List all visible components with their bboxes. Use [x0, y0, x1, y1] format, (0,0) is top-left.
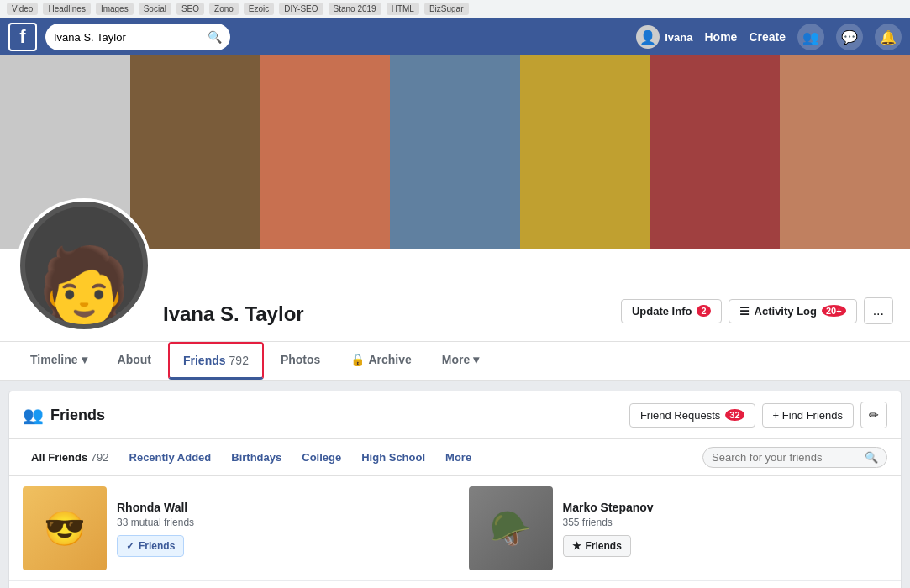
avatar-silhouette: 🧑 — [25, 207, 143, 324]
friends-label: Friends — [183, 354, 226, 367]
nav-create[interactable]: Create — [749, 30, 786, 44]
cover-segment-4 — [390, 55, 520, 249]
profile-nav: Timeline ▾ About Friends 792 Photos 🔒 Ar… — [0, 341, 910, 381]
search-icon: 🔍 — [208, 30, 222, 44]
nav-right: 👤 Ivana Home Create 👥 💬 🔔 — [636, 24, 902, 50]
filter-birthdays[interactable]: Birthdays — [223, 446, 290, 469]
friends-icon: 👥 — [23, 405, 44, 425]
photos-label: Photos — [281, 353, 320, 366]
profile-avatar[interactable]: 🧑 — [17, 198, 151, 333]
messenger-nav-icon[interactable]: 💬 — [836, 24, 863, 50]
update-info-button[interactable]: Update Info 2 — [621, 299, 722, 323]
facebook-logo[interactable]: f — [8, 23, 37, 51]
tab-diy-seo[interactable]: DIY-SEO — [279, 3, 323, 15]
friend-mutual-rhonda: 33 mutual friends — [117, 517, 441, 528]
cover-area: 🧑 Ivana S. Taylor Update Info 2 ☰ Activi… — [0, 55, 910, 381]
nav-home[interactable]: Home — [705, 30, 738, 44]
friend-requests-badge: 32 — [725, 409, 744, 421]
nav-friends[interactable]: Friends 792 — [168, 342, 264, 380]
tab-video[interactable]: Video — [7, 3, 38, 15]
nav-archive[interactable]: 🔒 Archive — [337, 343, 424, 379]
filter-recently-added[interactable]: Recently Added — [121, 446, 220, 469]
filter-all-friends[interactable]: All Friends 792 — [23, 446, 118, 469]
cover-segment-7 — [780, 55, 910, 249]
tab-zono[interactable]: Zono — [209, 3, 239, 15]
friend-btn-label-rhonda: Friends — [139, 540, 175, 552]
update-info-label: Update Info — [632, 305, 692, 318]
friends-search-box[interactable]: 🔍 — [702, 447, 887, 468]
profile-section: 🧑 Ivana S. Taylor Update Info 2 ☰ Activi… — [0, 249, 910, 341]
friends-title: Friends — [50, 407, 105, 424]
about-label: About — [118, 353, 151, 366]
facebook-navbar: f 🔍 👤 Ivana Home Create 👥 💬 🔔 — [0, 18, 910, 55]
nav-timeline[interactable]: Timeline ▾ — [17, 343, 101, 379]
find-friends-button[interactable]: + Find Friends — [762, 403, 854, 428]
friend-btn-check-icon: ✓ — [126, 540, 134, 552]
filter-all-label: All Friends — [31, 451, 87, 464]
activity-log-icon: ☰ — [739, 305, 750, 318]
profile-name-area: Ivana S. Taylor — [151, 302, 621, 333]
nav-about[interactable]: About — [104, 343, 165, 379]
friends-search-icon: 🔍 — [865, 451, 878, 464]
nav-user[interactable]: 👤 Ivana — [636, 25, 692, 49]
more-label: More — [442, 353, 470, 366]
timeline-arrow-icon: ▾ — [82, 353, 87, 366]
more-arrow-icon: ▾ — [473, 353, 479, 366]
tab-html[interactable]: HTML — [387, 3, 419, 15]
filter-college[interactable]: College — [293, 446, 350, 469]
lock-icon: 🔒 — [350, 353, 365, 366]
friend-button-marko[interactable]: ★ Friends — [563, 535, 631, 557]
friend-btn-star-icon-marko: ★ — [572, 540, 581, 552]
find-friends-label: + Find Friends — [773, 409, 843, 422]
filter-recently-label: Recently Added — [129, 451, 212, 464]
friends-search-input[interactable] — [712, 451, 860, 464]
filter-high-school[interactable]: High School — [353, 446, 434, 469]
friend-button-rhonda[interactable]: ✓ Friends — [117, 535, 184, 557]
friend-info-marko: Marko Stepanov 355 friends ★ Friends — [563, 501, 888, 557]
cover-segment-6 — [650, 55, 781, 249]
tab-headlines[interactable]: Headlines — [43, 3, 90, 15]
cover-segment-2 — [130, 55, 260, 249]
tab-ezoic[interactable]: Ezoic — [244, 3, 274, 15]
friends-title-area: 👥 Friends — [23, 405, 105, 425]
tab-seo[interactable]: SEO — [176, 3, 204, 15]
nav-photos[interactable]: Photos — [267, 343, 334, 379]
timeline-label: Timeline — [30, 353, 78, 366]
search-input[interactable] — [54, 31, 203, 44]
filter-all-count: 792 — [91, 451, 109, 464]
tab-stano[interactable]: Stano 2019 — [329, 3, 381, 15]
filter-more[interactable]: More — [437, 446, 480, 469]
friends-grid: 😎 Rhonda Wall 33 mutual friends ✓ Friend… — [9, 476, 901, 588]
friend-info-rhonda: Rhonda Wall 33 mutual friends ✓ Friends — [117, 501, 441, 557]
friend-card-kathy: 👓 Kathy Loverich 720 friends ★ Friends — [455, 581, 902, 588]
friend-requests-button[interactable]: Friend Requests 32 — [629, 403, 755, 428]
friend-requests-label: Friend Requests — [640, 409, 720, 422]
friend-btn-label-marko: Friends — [586, 540, 622, 552]
friend-name-rhonda[interactable]: Rhonda Wall — [117, 501, 441, 514]
friends-header: 👥 Friends Friend Requests 32 + Find Frie… — [9, 391, 901, 439]
filter-more-label: More — [445, 451, 471, 464]
edit-button[interactable]: ✏ — [860, 402, 887, 428]
filter-college-label: College — [302, 451, 341, 464]
more-options-button[interactable]: ... — [864, 297, 893, 324]
notifications-nav-icon[interactable]: 🔔 — [875, 24, 902, 50]
cover-segment-3 — [260, 55, 390, 249]
nav-more[interactable]: More ▾ — [429, 343, 492, 379]
activity-log-label: Activity Log — [755, 305, 817, 318]
friends-filter-bar: All Friends 792 Recently Added Birthdays… — [9, 439, 901, 476]
search-box[interactable]: 🔍 — [45, 24, 230, 50]
friend-name-marko[interactable]: Marko Stepanov — [563, 501, 888, 514]
tab-social[interactable]: Social — [139, 3, 171, 15]
tab-images[interactable]: Images — [96, 3, 134, 15]
friend-photo-marko[interactable]: 🪖 — [469, 486, 553, 570]
friend-photo-rhonda[interactable]: 😎 — [23, 486, 107, 570]
activity-log-button[interactable]: ☰ Activity Log 20+ — [729, 299, 857, 323]
update-info-badge: 2 — [697, 305, 710, 317]
tab-bizsugar[interactable]: BizSugar — [424, 3, 469, 15]
friends-nav-icon[interactable]: 👥 — [797, 24, 824, 50]
cover-actions: Update Info 2 ☰ Activity Log 20+ ... — [621, 297, 893, 333]
friends-header-actions: Friend Requests 32 + Find Friends ✏ — [629, 402, 887, 428]
friend-card-rhonda: 😎 Rhonda Wall 33 mutual friends ✓ Friend… — [9, 476, 455, 581]
cover-segment-5 — [520, 55, 650, 249]
friends-container: 👥 Friends Friend Requests 32 + Find Frie… — [8, 391, 902, 588]
